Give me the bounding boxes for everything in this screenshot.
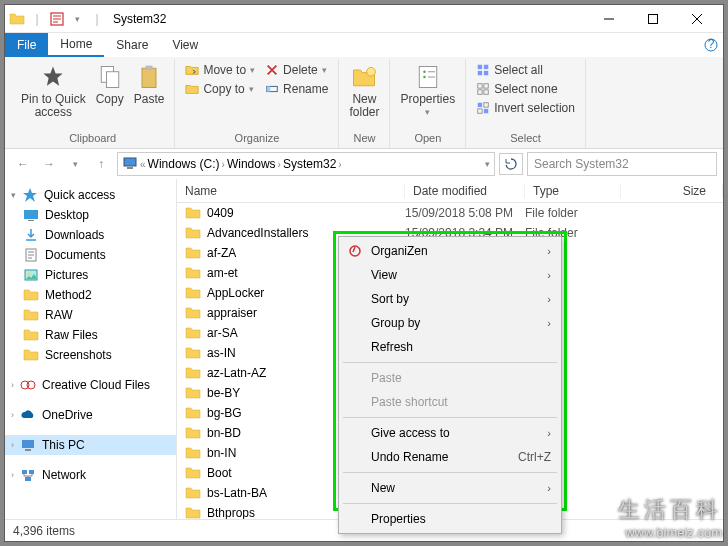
side-documents[interactable]: Documents bbox=[5, 245, 176, 265]
svg-point-10 bbox=[367, 67, 376, 76]
file-name: Bthprops bbox=[207, 506, 255, 519]
side-network[interactable]: ›Network bbox=[5, 465, 176, 485]
file-row[interactable]: 040915/09/2018 5:08 PMFile folder bbox=[177, 203, 723, 223]
nav-up-button[interactable]: ↑ bbox=[89, 152, 113, 176]
side-thispc[interactable]: ›This PC bbox=[5, 435, 176, 455]
side-method2[interactable]: Method2 bbox=[5, 285, 176, 305]
tab-file[interactable]: File bbox=[5, 33, 48, 57]
nav-history-button[interactable]: ▾ bbox=[63, 152, 87, 176]
ctx-sort[interactable]: Sort by› bbox=[341, 287, 559, 311]
file-name: 0409 bbox=[207, 206, 234, 220]
svg-rect-16 bbox=[478, 71, 482, 75]
ribbon-group-clipboard: Pin to Quick access Copy Paste Clipboard bbox=[11, 59, 175, 148]
svg-rect-24 bbox=[478, 109, 482, 113]
titlebar: | ▾ | System32 bbox=[5, 5, 723, 33]
file-name: Boot bbox=[207, 466, 232, 480]
svg-point-32 bbox=[28, 273, 31, 276]
ctx-separator bbox=[343, 417, 557, 418]
ctx-give-access[interactable]: Give access to› bbox=[341, 421, 559, 445]
svg-rect-36 bbox=[25, 449, 31, 451]
ctx-paste: Paste bbox=[341, 366, 559, 390]
group-label-select: Select bbox=[472, 130, 579, 146]
window-controls bbox=[587, 5, 719, 33]
rename-button[interactable]: Rename bbox=[261, 80, 332, 98]
paste-label: Paste bbox=[134, 93, 165, 106]
properties-button[interactable]: Properties▾ bbox=[396, 61, 459, 120]
help-button[interactable]: ? bbox=[699, 33, 723, 57]
svg-rect-37 bbox=[22, 470, 27, 474]
side-raw[interactable]: RAW bbox=[5, 305, 176, 325]
quick-access[interactable]: ▾Quick access bbox=[5, 185, 176, 205]
file-name: bn-IN bbox=[207, 446, 236, 460]
refresh-button[interactable] bbox=[499, 153, 523, 175]
file-name: af-ZA bbox=[207, 246, 236, 260]
svg-rect-5 bbox=[106, 72, 118, 88]
address-bar-row: ← → ▾ ↑ « Windows (C:)› Windows› System3… bbox=[5, 149, 723, 179]
tab-view[interactable]: View bbox=[160, 33, 210, 57]
ribbon-group-open: Properties▾ Open bbox=[390, 59, 466, 148]
ctx-group[interactable]: Group by› bbox=[341, 311, 559, 335]
properties-icon[interactable] bbox=[49, 11, 65, 27]
group-label-new: New bbox=[345, 130, 383, 146]
svg-rect-21 bbox=[484, 90, 488, 94]
new-folder-button[interactable]: New folder bbox=[345, 61, 383, 121]
window-title: System32 bbox=[113, 12, 587, 26]
tab-home[interactable]: Home bbox=[48, 33, 104, 57]
crumb-0[interactable]: Windows (C:)› bbox=[148, 157, 225, 171]
copy-to-button[interactable]: Copy to▾ bbox=[181, 80, 259, 98]
delete-button[interactable]: Delete▾ bbox=[261, 61, 332, 79]
search-input[interactable]: Search System32 bbox=[527, 152, 717, 176]
ctx-undo-rename[interactable]: Undo RenameCtrl+Z bbox=[341, 445, 559, 469]
crumb-2[interactable]: System32› bbox=[283, 157, 342, 171]
svg-rect-9 bbox=[267, 86, 271, 91]
file-name: am-et bbox=[207, 266, 238, 280]
svg-rect-18 bbox=[478, 84, 482, 88]
svg-rect-23 bbox=[484, 103, 488, 107]
col-name[interactable]: Name bbox=[177, 184, 405, 198]
ctx-properties[interactable]: Properties bbox=[341, 507, 559, 531]
side-screenshots[interactable]: Screenshots bbox=[5, 345, 176, 365]
ctx-separator bbox=[343, 503, 557, 504]
file-name: bn-BD bbox=[207, 426, 241, 440]
col-date[interactable]: Date modified bbox=[405, 184, 525, 198]
select-none-button[interactable]: Select none bbox=[472, 80, 579, 98]
move-to-button[interactable]: Move to▾ bbox=[181, 61, 259, 79]
qat-sep: | bbox=[89, 11, 105, 27]
ribbon-group-select: Select all Select none Invert selection … bbox=[466, 59, 586, 148]
minimize-button[interactable] bbox=[587, 5, 631, 33]
crumb-1[interactable]: Windows› bbox=[227, 157, 281, 171]
close-button[interactable] bbox=[675, 5, 719, 33]
ctx-organizen[interactable]: OrganiZen› bbox=[341, 239, 559, 263]
group-label-organize: Organize bbox=[181, 130, 332, 146]
ctx-view[interactable]: View› bbox=[341, 263, 559, 287]
pin-quick-access-button[interactable]: Pin to Quick access bbox=[17, 61, 90, 121]
col-type[interactable]: Type bbox=[525, 184, 621, 198]
side-rawfiles[interactable]: Raw Files bbox=[5, 325, 176, 345]
copy-button[interactable]: Copy bbox=[92, 61, 128, 108]
svg-rect-29 bbox=[28, 220, 34, 221]
qat-dropdown-icon[interactable]: ▾ bbox=[69, 11, 85, 27]
side-desktop[interactable]: Desktop bbox=[5, 205, 176, 225]
svg-rect-25 bbox=[484, 109, 488, 113]
side-onedrive[interactable]: ›OneDrive bbox=[5, 405, 176, 425]
ctx-refresh[interactable]: Refresh bbox=[341, 335, 559, 359]
nav-forward-button[interactable]: → bbox=[37, 152, 61, 176]
tab-share[interactable]: Share bbox=[104, 33, 160, 57]
addr-dropdown-icon[interactable]: ▾ bbox=[485, 159, 490, 169]
select-all-button[interactable]: Select all bbox=[472, 61, 579, 79]
svg-rect-14 bbox=[478, 65, 482, 69]
svg-rect-28 bbox=[24, 210, 38, 219]
side-ccf[interactable]: ›Creative Cloud Files bbox=[5, 375, 176, 395]
ctx-new[interactable]: New› bbox=[341, 476, 559, 500]
invert-selection-button[interactable]: Invert selection bbox=[472, 99, 579, 117]
nav-back-button[interactable]: ← bbox=[11, 152, 35, 176]
paste-button[interactable]: Paste bbox=[130, 61, 169, 108]
side-downloads[interactable]: Downloads bbox=[5, 225, 176, 245]
col-size[interactable]: Size bbox=[621, 184, 723, 198]
svg-point-13 bbox=[423, 76, 426, 79]
address-bar[interactable]: « Windows (C:)› Windows› System32› ▾ bbox=[117, 152, 495, 176]
side-pictures[interactable]: Pictures bbox=[5, 265, 176, 285]
svg-rect-26 bbox=[124, 158, 136, 166]
maximize-button[interactable] bbox=[631, 5, 675, 33]
quick-access-toolbar: | ▾ | bbox=[9, 11, 105, 27]
